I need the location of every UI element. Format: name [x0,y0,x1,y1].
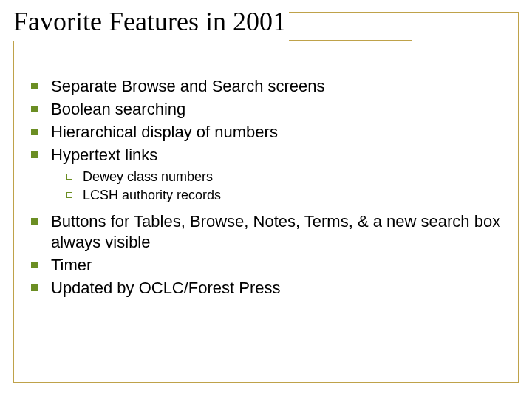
bullet-text: Buttons for Tables, Browse, Notes, Terms… [51,211,517,253]
slide-content: Separate Browse and Search screens Boole… [31,76,517,299]
square-bullet-icon [31,284,38,291]
bullet-text: Hypertext links [51,145,517,166]
list-item: Updated by OCLC/Forest Press [31,278,517,299]
list-item: Boolean searching [31,99,517,120]
slide-title: Favorite Features in 2001 [13,6,289,41]
list-item: Separate Browse and Search screens [31,76,517,97]
bullet-text: Hierarchical display of numbers [51,122,517,143]
bullet-text: Dewey class numbers [83,168,517,185]
hollow-square-bullet-icon [66,192,72,198]
hollow-square-bullet-icon [66,174,72,180]
slide: Favorite Features in 2001 Separate Brows… [0,0,532,399]
list-item: Hypertext links [31,145,517,166]
square-bullet-icon [31,151,38,158]
sub-list: Dewey class numbers LCSH authority recor… [66,168,517,204]
list-item: Dewey class numbers [66,168,517,185]
square-bullet-icon [31,83,38,89]
bullet-text: Timer [51,255,517,276]
square-bullet-icon [31,262,38,268]
list-item: Hierarchical display of numbers [31,122,517,143]
square-bullet-icon [31,218,38,225]
square-bullet-icon [31,129,38,135]
list-item: LCSH authority records [66,187,517,204]
spacer [31,205,517,211]
bullet-text: Separate Browse and Search screens [51,76,517,97]
list-item: Buttons for Tables, Browse, Notes, Terms… [31,211,517,253]
bullet-text: Updated by OCLC/Forest Press [51,278,517,299]
bullet-text: LCSH authority records [83,187,517,204]
bullet-text: Boolean searching [51,99,517,120]
list-item: Timer [31,255,517,276]
square-bullet-icon [31,106,38,112]
